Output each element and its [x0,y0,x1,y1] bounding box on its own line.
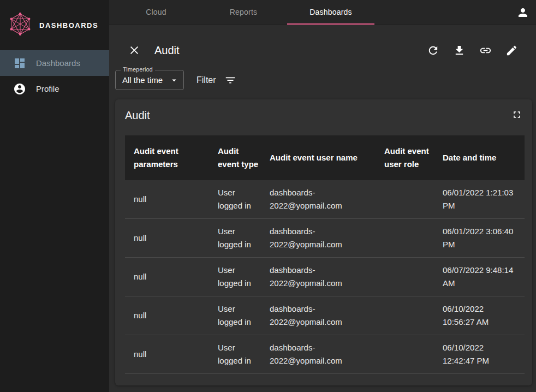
cell-role [384,219,443,258]
refresh-icon[interactable] [427,44,439,57]
account-icon[interactable] [516,6,529,19]
link-icon[interactable] [479,44,492,57]
cell-params: null [125,258,218,296]
cell-user: dashboards-2022@yopmail.com [270,180,384,219]
fullscreen-icon[interactable] [511,109,522,120]
cell-user: dashboards-2022@yopmail.com [270,219,384,258]
sidebar-item-profile[interactable]: Profile [0,76,109,102]
tab-cloud[interactable]: Cloud [112,0,200,25]
view-actions [427,44,518,57]
column-header-type: Audit event type [218,135,270,180]
cell-user: dashboards-2022@yopmail.com [270,296,384,335]
cell-datetime: 06/01/2022 3:06:40 PM [443,219,525,258]
cell-role [384,180,443,219]
cell-datetime: 06/10/2022 10:56:27 AM [443,296,525,335]
cell-type: User logged in [218,335,270,374]
edit-icon[interactable] [505,44,518,57]
tab-reports[interactable]: Reports [200,0,287,25]
filter-list-icon[interactable] [224,74,236,86]
timeperiod-value: All the time [122,75,169,85]
cell-type: User logged in [218,219,270,258]
audit-table: Audit event parameters Audit event type … [125,135,522,374]
table-row: null User logged in dashboards-2022@yopm… [125,296,525,335]
timeperiod-select[interactable]: Timeperiod All the time [115,70,184,90]
sidebar-item-label: Profile [36,84,59,93]
table-row: null User logged in dashboards-2022@yopm… [125,258,525,296]
timeperiod-label: Timeperiod [121,66,155,73]
audit-table-body: null User logged in dashboards-2022@yopm… [125,180,525,374]
sidebar: DASHBOARDS Dashboards Profile [0,0,109,392]
filter-row: Timeperiod All the time Filter [115,70,536,90]
column-header-userrole: Audit event user role [384,135,443,180]
column-header-username: Audit event user name [270,135,384,180]
sidebar-item-dashboards[interactable]: Dashboards [0,50,109,76]
person-circle-icon [13,82,26,96]
cell-role [384,335,443,374]
cell-user: dashboards-2022@yopmail.com [270,258,384,296]
view-header: Audit [128,39,518,61]
cell-datetime: 06/10/2022 12:42:47 PM [443,335,525,374]
brand-name: DASHBOARDS [39,21,98,29]
table-row: null User logged in dashboards-2022@yopm… [125,180,525,219]
cell-role [384,258,443,296]
table-row: null User logged in dashboards-2022@yopm… [125,219,525,258]
cell-datetime: 06/07/2022 9:48:14 AM [443,258,525,296]
cell-params: null [125,335,218,374]
cell-role [384,296,443,335]
filter-button-label[interactable]: Filter [196,75,216,85]
card-header: Audit [125,109,522,122]
chevron-down-icon [169,75,179,85]
cell-type: User logged in [218,180,270,219]
cell-user: dashboards-2022@yopmail.com [270,335,384,374]
tab-dashboards[interactable]: Dashboards [287,0,374,25]
cell-datetime: 06/01/2022 1:21:03 PM [443,180,525,219]
page-title: Audit [154,44,180,57]
cell-params: null [125,180,218,219]
cell-params: null [125,219,218,258]
card-title: Audit [125,109,150,122]
cell-type: User logged in [218,296,270,335]
tab-bar: Cloud Reports Dashboards [112,0,374,25]
column-header-params: Audit event parameters [125,135,218,180]
sidebar-item-label: Dashboards [36,58,80,68]
cell-params: null [125,296,218,335]
download-icon[interactable] [453,44,466,57]
column-header-datetime: Date and time [443,135,525,180]
main-area: Cloud Reports Dashboards Audit [109,0,536,392]
table-header-row: Audit event parameters Audit event type … [125,135,525,180]
sidebar-header: DASHBOARDS [0,0,109,50]
brand-logo-icon [8,11,33,39]
table-row: null User logged in dashboards-2022@yopm… [125,335,525,374]
top-navigation: Cloud Reports Dashboards [109,0,536,25]
audit-card: Audit Audit event parameters Audit event… [115,99,532,385]
cell-type: User logged in [218,258,270,296]
close-icon[interactable] [128,44,140,56]
dashboard-icon [13,57,26,70]
